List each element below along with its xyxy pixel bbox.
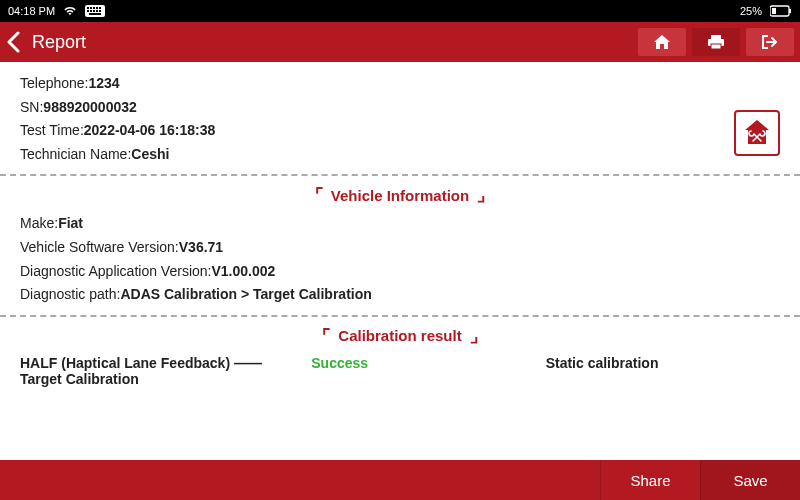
bracket-right-icon: ⌟ bbox=[466, 327, 482, 345]
share-button[interactable]: Share bbox=[600, 460, 700, 500]
print-icon bbox=[707, 34, 725, 50]
svg-rect-7 bbox=[90, 10, 92, 12]
swver-label: Vehicle Software Version: bbox=[20, 239, 179, 255]
svg-rect-1 bbox=[87, 7, 89, 9]
testtime-label: Test Time: bbox=[20, 122, 84, 138]
calibration-status: Success bbox=[311, 355, 545, 387]
calibration-title: Calibration result bbox=[334, 327, 465, 344]
sn-label: SN: bbox=[20, 99, 43, 115]
vehicle-info-header: ⌜ Vehicle Information ⌟ bbox=[20, 186, 780, 204]
svg-rect-9 bbox=[96, 10, 98, 12]
calibration-name: HALF (Haptical Lane Feedback) —— Target … bbox=[20, 355, 311, 387]
save-button[interactable]: Save bbox=[700, 460, 800, 500]
svg-rect-10 bbox=[99, 10, 101, 12]
svg-rect-15 bbox=[711, 35, 721, 39]
svg-rect-5 bbox=[99, 7, 101, 9]
telephone-value: 1234 bbox=[89, 75, 120, 91]
telephone-label: Telephone: bbox=[20, 75, 89, 91]
appver-label: Diagnostic Application Version: bbox=[20, 263, 211, 279]
bracket-left-icon: ⌜ bbox=[318, 327, 334, 345]
svg-rect-2 bbox=[90, 7, 92, 9]
status-bar: 04:18 PM 25% bbox=[0, 0, 800, 22]
home-button[interactable] bbox=[638, 28, 686, 56]
home-icon bbox=[653, 34, 671, 50]
battery-icon bbox=[770, 5, 792, 17]
svg-rect-14 bbox=[772, 8, 776, 14]
svg-rect-6 bbox=[87, 10, 89, 12]
svg-rect-13 bbox=[789, 9, 791, 13]
print-button[interactable] bbox=[692, 28, 740, 56]
tools-home-icon bbox=[741, 116, 773, 151]
divider bbox=[0, 174, 800, 176]
keyboard-icon bbox=[85, 5, 105, 17]
divider bbox=[0, 315, 800, 317]
exit-icon bbox=[761, 34, 779, 50]
tech-label: Technician Name: bbox=[20, 146, 131, 162]
back-button[interactable]: Report bbox=[6, 31, 86, 53]
calibration-result-row: HALF (Haptical Lane Feedback) —— Target … bbox=[20, 355, 780, 387]
bracket-left-icon: ⌜ bbox=[311, 186, 327, 204]
svg-rect-17 bbox=[711, 44, 721, 49]
bracket-right-icon: ⌟ bbox=[473, 186, 489, 204]
svg-rect-11 bbox=[89, 13, 101, 15]
appver-value: V1.00.002 bbox=[211, 263, 275, 279]
title-bar: Report bbox=[0, 22, 800, 62]
tools-home-button[interactable] bbox=[734, 110, 780, 156]
make-value: Fiat bbox=[58, 215, 83, 231]
tech-value: Ceshi bbox=[131, 146, 169, 162]
report-content: Telephone:1234 SN:988920000032 Test Time… bbox=[0, 62, 800, 460]
calibration-type: Static calibration bbox=[546, 355, 780, 387]
path-value: ADAS Calibration > Target Calibration bbox=[120, 286, 371, 302]
battery-pct: 25% bbox=[740, 5, 762, 17]
sn-value: 988920000032 bbox=[43, 99, 136, 115]
testtime-value: 2022-04-06 16:18:38 bbox=[84, 122, 216, 138]
status-time: 04:18 PM bbox=[8, 5, 55, 17]
swver-value: V36.71 bbox=[179, 239, 223, 255]
exit-button[interactable] bbox=[746, 28, 794, 56]
vehicle-info-title: Vehicle Information bbox=[327, 187, 473, 204]
back-chevron-icon bbox=[6, 31, 20, 53]
wifi-icon bbox=[63, 6, 77, 16]
path-label: Diagnostic path: bbox=[20, 286, 120, 302]
svg-rect-4 bbox=[96, 7, 98, 9]
svg-rect-3 bbox=[93, 7, 95, 9]
page-title: Report bbox=[32, 32, 86, 53]
svg-rect-8 bbox=[93, 10, 95, 12]
make-label: Make: bbox=[20, 215, 58, 231]
calibration-header: ⌜ Calibration result ⌟ bbox=[20, 327, 780, 345]
bottom-bar: Share Save bbox=[0, 460, 800, 500]
